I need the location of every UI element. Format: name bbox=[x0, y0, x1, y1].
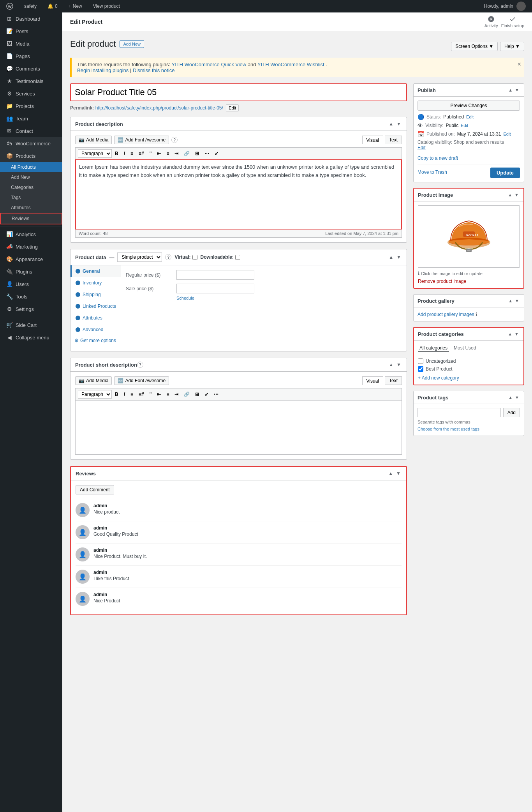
reviews-metabox-header[interactable]: Reviews ▲ ▼ bbox=[71, 467, 406, 480]
italic-button-short[interactable]: I bbox=[122, 390, 127, 399]
quote-button-description[interactable]: " bbox=[147, 149, 154, 158]
ol-button-description[interactable]: ≡# bbox=[136, 149, 146, 158]
sidebar-item-contact[interactable]: ✉ Contact bbox=[0, 125, 62, 137]
sidebar-item-side-cart[interactable]: 🛒 Side Cart bbox=[0, 319, 62, 331]
sale-price-input[interactable] bbox=[176, 284, 254, 293]
short-desc-editor-content[interactable] bbox=[75, 400, 402, 455]
sidebar-item-collapse[interactable]: ◀ Collapse menu bbox=[0, 331, 62, 344]
published-date-edit-link[interactable]: Edit bbox=[503, 132, 511, 136]
adminbar-site-name[interactable]: safety bbox=[21, 0, 40, 12]
paragraph-select-description[interactable]: Paragraph bbox=[78, 149, 112, 158]
help-button[interactable]: Help ▼ bbox=[500, 42, 524, 51]
pd-tab-advanced[interactable]: Advanced bbox=[70, 324, 121, 335]
pd-tab-general[interactable]: General bbox=[70, 265, 121, 277]
add-media-button-short[interactable]: 📷 Add Media bbox=[75, 376, 112, 385]
publish-toggle-down[interactable]: ▼ bbox=[514, 87, 520, 93]
adminbar-howdy[interactable]: Howdy, admin bbox=[481, 0, 529, 12]
catalog-edit-link[interactable]: Edit bbox=[417, 145, 426, 150]
add-font-awesome-button-short[interactable]: 🔤 Add Font Awesome bbox=[114, 376, 169, 385]
align-left-short[interactable]: ⇤ bbox=[155, 390, 163, 399]
reviews-toggle-up[interactable]: ▲ bbox=[388, 470, 394, 477]
add-media-button[interactable]: 📷 Add Media bbox=[75, 136, 112, 144]
link-button-description[interactable]: 🔗 bbox=[181, 149, 192, 158]
adminbar-new-button[interactable]: + New bbox=[65, 0, 85, 12]
schedule-link[interactable]: Schedule bbox=[176, 296, 402, 300]
sidebar-item-settings[interactable]: ⚙ Settings bbox=[0, 303, 62, 315]
link-button-short[interactable]: 🔗 bbox=[181, 390, 192, 399]
bold-button-short[interactable]: B bbox=[113, 390, 121, 399]
product-data-toggle-up[interactable]: ▲ bbox=[388, 254, 394, 261]
align-right-short[interactable]: ⇥ bbox=[172, 390, 181, 399]
tags-toggle-down[interactable]: ▼ bbox=[514, 394, 520, 401]
sidebar-item-projects[interactable]: 📁 Projects bbox=[0, 100, 62, 112]
sidebar-item-products[interactable]: 📦 Products bbox=[0, 150, 62, 162]
virtual-checkbox[interactable] bbox=[192, 255, 197, 260]
notice-dismiss-link[interactable]: Dismiss this notice bbox=[133, 67, 175, 73]
reviews-toggle-down[interactable]: ▼ bbox=[395, 470, 402, 477]
product-title-input[interactable]: Solar Product Title 05 bbox=[70, 83, 407, 101]
categories-toggle-up[interactable]: ▲ bbox=[507, 331, 513, 337]
sidebar-item-dashboard[interactable]: ⊞ Dashboard bbox=[0, 12, 62, 25]
notice-install-link[interactable]: Begin installing plugins bbox=[77, 67, 129, 73]
description-metabox-header[interactable]: Product description ▲ ▼ bbox=[70, 117, 407, 131]
description-editor-content[interactable]: Lorem Ipsum has been the industrys stand… bbox=[75, 159, 402, 229]
align-left-description[interactable]: ⇤ bbox=[155, 149, 163, 158]
adminbar-view-product[interactable]: View product bbox=[90, 0, 123, 12]
align-center-short[interactable]: ≡ bbox=[164, 390, 171, 399]
gallery-toggle-up[interactable]: ▲ bbox=[507, 298, 513, 304]
permalink-url[interactable]: http://localhost/safety/index.php/produc… bbox=[95, 105, 223, 111]
sidebar-item-appearance[interactable]: 🎨 Appearance bbox=[0, 253, 62, 265]
all-categories-tab[interactable]: All categories bbox=[418, 344, 449, 352]
preview-changes-button[interactable]: Preview Changes bbox=[417, 101, 520, 111]
text-tab-description[interactable]: Text bbox=[385, 136, 402, 144]
submenu-item-add-new[interactable]: Add New bbox=[0, 172, 62, 182]
edit-permalink-button[interactable]: Edit bbox=[226, 104, 239, 111]
ol-button-short[interactable]: ≡# bbox=[136, 390, 146, 399]
sidebar-item-users[interactable]: 👤 Users bbox=[0, 278, 62, 290]
product-type-select[interactable]: Simple product bbox=[117, 252, 162, 262]
categories-toggle-down[interactable]: ▼ bbox=[514, 331, 520, 337]
product-image-toggle-up[interactable]: ▲ bbox=[507, 192, 513, 198]
sidebar-item-analytics[interactable]: 📊 Analytics bbox=[0, 228, 62, 240]
screen-options-button[interactable]: Screen Options ▼ bbox=[451, 42, 498, 51]
sidebar-item-plugins[interactable]: 🔌 Plugins bbox=[0, 265, 62, 278]
add-gallery-images-link[interactable]: Add product gallery images bbox=[417, 312, 476, 317]
downloadable-checkbox[interactable] bbox=[235, 255, 240, 260]
sidebar-item-marketing[interactable]: 📣 Marketing bbox=[0, 240, 62, 253]
notice-plugin1-link[interactable]: YITH WooCommerce Quick View bbox=[172, 62, 247, 67]
add-new-button[interactable]: Add New bbox=[120, 40, 144, 48]
regular-price-input[interactable] bbox=[176, 270, 254, 280]
update-button[interactable]: Update bbox=[490, 168, 520, 178]
sidebar-item-testimonials[interactable]: ★ Testimonials bbox=[0, 75, 62, 87]
add-new-category-link[interactable]: + Add new category bbox=[418, 375, 520, 381]
sidebar-item-services[interactable]: ⚙ Services bbox=[0, 87, 62, 100]
notice-plugin2-link[interactable]: YITH WooCommerce Wishlist bbox=[257, 62, 324, 67]
editor-help-icon[interactable]: ? bbox=[171, 137, 178, 143]
add-comment-button[interactable]: Add Comment bbox=[76, 485, 114, 494]
product-data-toggle-down[interactable]: ▼ bbox=[396, 254, 402, 261]
status-edit-link[interactable]: Edit bbox=[466, 115, 474, 119]
gallery-toggle-down[interactable]: ▼ bbox=[514, 298, 520, 304]
paragraph-select-short[interactable]: Paragraph bbox=[78, 390, 112, 399]
sidebar-item-posts[interactable]: 📝 Posts bbox=[0, 25, 62, 37]
visibility-edit-link[interactable]: Edit bbox=[461, 123, 468, 128]
activity-button[interactable]: Activity bbox=[484, 16, 498, 28]
choose-tags-link[interactable]: Choose from the most used tags bbox=[417, 427, 479, 431]
sidebar-item-pages[interactable]: 📄 Pages bbox=[0, 50, 62, 62]
add-tag-button[interactable]: Add bbox=[503, 408, 520, 417]
ul-button-description[interactable]: ≡ bbox=[128, 149, 136, 158]
add-font-awesome-button-description[interactable]: 🔤 Add Font Awesome bbox=[114, 136, 169, 144]
sidebar-item-woocommerce[interactable]: 🛍 WooCommerce bbox=[0, 137, 62, 150]
sidebar-item-media[interactable]: 🖼 Media bbox=[0, 37, 62, 50]
product-image-container[interactable]: SAFETY bbox=[418, 205, 520, 268]
align-right-description[interactable]: ⇥ bbox=[172, 149, 181, 158]
table-button-description[interactable]: ⊞ bbox=[193, 149, 201, 158]
category-best-product[interactable]: Best Product bbox=[418, 365, 520, 373]
tags-toggle-up[interactable]: ▲ bbox=[507, 394, 513, 401]
pd-tab-shipping[interactable]: Shipping bbox=[70, 289, 121, 300]
submenu-item-all-products[interactable]: All Products bbox=[0, 162, 62, 172]
publish-toggle-up[interactable]: ▲ bbox=[507, 87, 513, 93]
short-description-header[interactable]: Product short description ? ▲ ▼ bbox=[70, 358, 407, 372]
pd-tab-inventory[interactable]: Inventory bbox=[70, 277, 121, 289]
sidebar-item-team[interactable]: 👥 Team bbox=[0, 112, 62, 125]
